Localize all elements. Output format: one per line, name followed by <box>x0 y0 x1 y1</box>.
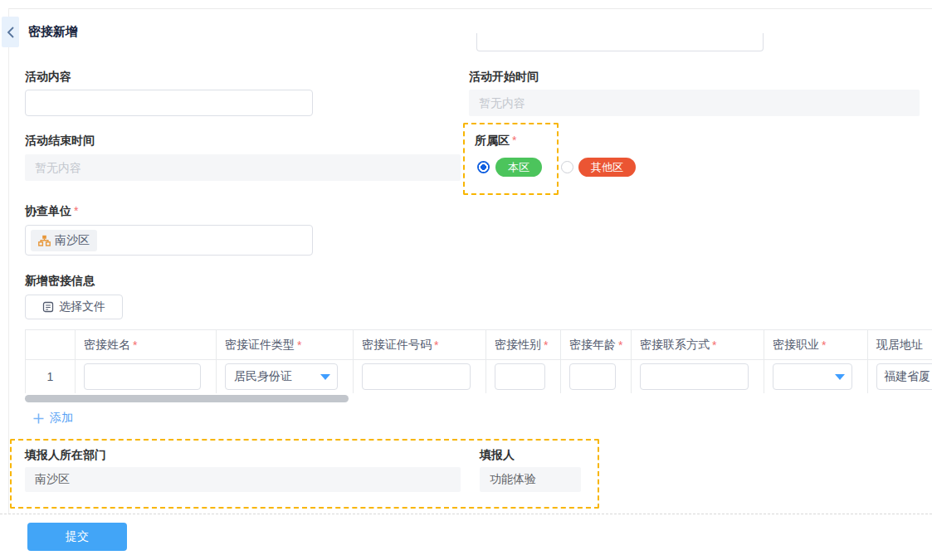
activity-end-label: 活动结束时间 <box>25 134 95 149</box>
col-contact: 密接联系方式* <box>632 330 764 359</box>
contacts-table: 密接姓名* 密接证件类型* 密接证件号码* 密接性别* 密接年龄* 密接联系方式… <box>25 329 932 393</box>
required-mark: * <box>512 134 516 147</box>
reporter-label: 填报人 <box>480 448 515 463</box>
col-address: 现居地址 <box>868 330 932 359</box>
back-button[interactable] <box>2 17 19 47</box>
cert-type-select[interactable]: 居民身份证 <box>225 363 338 390</box>
col-age: 密接年龄* <box>561 330 632 359</box>
table-header-row: 密接姓名* 密接证件类型* 密接证件号码* 密接性别* 密接年龄* 密接联系方式… <box>26 330 932 360</box>
col-gender: 密接性别* <box>486 330 561 359</box>
assist-unit-tag[interactable]: 南沙区 <box>31 230 97 251</box>
submit-button[interactable]: 提交 <box>27 523 127 551</box>
district-local-pill[interactable]: 本区 <box>495 158 542 177</box>
activity-content-input[interactable] <box>25 90 313 116</box>
document-icon <box>42 301 54 313</box>
activity-start-label: 活动开始时间 <box>469 70 539 85</box>
col-occupation: 密接职业* <box>764 330 868 359</box>
reporter-input[interactable] <box>480 467 581 492</box>
district-other-pill[interactable]: 其他区 <box>578 158 636 177</box>
table-row: 1 居民身份证 <box>26 360 932 393</box>
radio-district-local[interactable] <box>477 161 490 173</box>
plus-icon <box>33 413 44 424</box>
assist-unit-input[interactable]: 南沙区 <box>25 225 313 256</box>
col-index <box>26 330 76 359</box>
assist-unit-label: 协查单位* <box>25 204 78 219</box>
col-cert-type: 密接证件类型* <box>217 330 354 359</box>
activity-content-label: 活动内容 <box>25 70 71 85</box>
cert-no-input[interactable] <box>362 363 471 390</box>
reporter-dept-input[interactable] <box>25 467 461 492</box>
activity-end-input[interactable] <box>25 154 461 181</box>
occupation-select[interactable] <box>773 363 852 390</box>
required-mark: * <box>74 204 78 217</box>
table-horizontal-scrollbar[interactable] <box>25 395 349 402</box>
caret-down-icon <box>320 374 330 380</box>
assist-unit-tag-label: 南沙区 <box>55 233 90 248</box>
clipped-input-top[interactable] <box>476 33 764 51</box>
add-row-link[interactable]: 添加 <box>33 411 73 426</box>
add-row-label: 添加 <box>50 411 73 426</box>
radio-district-other[interactable] <box>561 161 573 173</box>
contact-name-input[interactable] <box>84 363 201 390</box>
caret-down-icon <box>835 374 845 380</box>
gender-input[interactable] <box>495 363 545 390</box>
footer-separator <box>0 514 932 514</box>
reporter-dept-label: 填报人所在部门 <box>25 448 106 463</box>
chevron-left-icon <box>7 27 15 38</box>
page-title: 密接新增 <box>28 24 78 40</box>
activity-start-input[interactable] <box>469 90 920 116</box>
row-index: 1 <box>26 360 76 393</box>
select-file-button[interactable]: 选择文件 <box>25 295 123 319</box>
select-file-label: 选择文件 <box>59 299 105 314</box>
address-input[interactable] <box>876 363 932 390</box>
col-cert-no: 密接证件号码* <box>354 330 486 359</box>
contact-phone-input[interactable] <box>640 363 749 390</box>
district-label: 所属区* <box>475 134 516 149</box>
new-contact-section-label: 新增密接信息 <box>25 274 95 289</box>
col-name: 密接姓名* <box>76 330 217 359</box>
age-input[interactable] <box>569 363 616 390</box>
org-hierarchy-icon <box>38 235 51 246</box>
